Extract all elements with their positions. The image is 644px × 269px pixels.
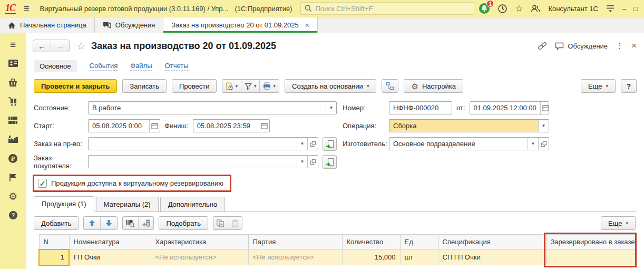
col-characteristic[interactable]: Характеристика xyxy=(151,235,248,249)
toolbar-menu-icon[interactable] xyxy=(606,4,615,13)
calendar-icon[interactable] xyxy=(540,102,549,114)
open-linked-order-button[interactable] xyxy=(323,155,337,169)
cell-unit[interactable]: шт xyxy=(400,249,438,265)
virtual-reserve-checkbox[interactable]: ✓ xyxy=(38,179,47,188)
favorites-icon[interactable]: ☆ xyxy=(515,4,523,13)
finish-field[interactable]: 05.08.2025 23:59 xyxy=(193,119,270,132)
copy-rows-button[interactable] xyxy=(213,217,228,229)
more-button[interactable]: Еще▾ xyxy=(581,79,616,93)
col-reserved[interactable]: Зарезервировано в заказе xyxy=(546,235,636,249)
post-and-close-button[interactable]: Провести и закрыть xyxy=(34,79,117,93)
col-unit[interactable]: Ед. xyxy=(400,235,438,249)
sidebar-production-icon[interactable] xyxy=(0,130,26,149)
discussion-button[interactable]: Обсуждение xyxy=(555,42,608,50)
dropdown-icon[interactable]: ▾ xyxy=(297,156,307,168)
sidebar-flag-icon[interactable] xyxy=(0,168,26,187)
operation-field[interactable]: Сборка ▾ xyxy=(389,119,549,132)
history-icon[interactable] xyxy=(497,4,508,14)
back-button[interactable]: ← xyxy=(33,40,51,52)
manufacturer-field[interactable]: Основное подразделение ▾ xyxy=(389,137,549,150)
state-field[interactable]: В работе ▾ xyxy=(88,101,337,114)
help-button[interactable]: ? xyxy=(621,79,637,93)
subordination-structure-button[interactable] xyxy=(382,79,398,93)
tab-discussions[interactable]: Обсуждения xyxy=(95,17,164,33)
cell-n[interactable]: 1 xyxy=(39,249,69,265)
move-down-button[interactable] xyxy=(100,217,117,229)
post-button[interactable]: Провести xyxy=(172,79,217,93)
sidebar-purchases-icon[interactable] xyxy=(0,73,26,92)
col-quantity[interactable]: Количество xyxy=(342,235,400,249)
dropdown-icon[interactable]: ▾ xyxy=(538,120,549,132)
settings-button[interactable]: ⚙Настройка xyxy=(404,79,463,93)
virtual-reserve-checkbox-label[interactable]: Продукция доступна к виртуальному резерв… xyxy=(51,179,223,187)
more-actions-icon[interactable]: ⋮ xyxy=(616,41,623,51)
main-menu-icon[interactable]: ≡ xyxy=(24,3,30,14)
nav-reports[interactable]: Отчеты xyxy=(165,62,189,71)
get-link-icon[interactable] xyxy=(538,42,547,50)
open-list-icon[interactable] xyxy=(307,156,318,168)
write-button[interactable]: Записать xyxy=(122,79,167,93)
nav-main[interactable]: Основное xyxy=(34,60,77,72)
tab-production-order[interactable]: Заказ на производство 20 от 01.09.2025 × xyxy=(163,17,318,33)
pick-items-button[interactable]: Подобрать xyxy=(159,216,208,230)
nav-events[interactable]: События xyxy=(90,62,118,71)
global-search[interactable] xyxy=(300,2,474,15)
sidebar-warehouse-icon[interactable] xyxy=(0,111,26,130)
start-field[interactable]: 05.08.2025 0:00 xyxy=(88,119,160,132)
table-row[interactable]: 1 ГП Очки <Не используется> <Не использу… xyxy=(39,249,636,265)
create-based-on-button[interactable]: Создать на основании▾ xyxy=(285,79,376,93)
sidebar-settings-icon[interactable]: ⚙ xyxy=(0,187,26,206)
filter-button[interactable]: ▾ xyxy=(241,80,260,92)
tab-additional[interactable]: Дополнительно xyxy=(160,197,226,212)
current-user-label[interactable]: Консультант 1С xyxy=(548,5,598,13)
cell-quantity[interactable]: 15,000 xyxy=(342,249,400,265)
table-more-button[interactable]: Еще▾ xyxy=(601,216,636,230)
sidebar-help-icon[interactable]: ? xyxy=(0,206,26,225)
cell-reserved[interactable] xyxy=(546,249,636,265)
data-terminal-button[interactable] xyxy=(138,217,153,229)
dropdown-icon[interactable]: ▾ xyxy=(297,138,307,150)
sidebar-money-icon[interactable]: ₽ xyxy=(0,149,26,168)
open-linked-order-button[interactable] xyxy=(323,137,337,151)
notifications-button[interactable]: 1 xyxy=(479,3,490,14)
tab-products[interactable]: Продукция (1) xyxy=(34,196,94,212)
open-list-icon[interactable] xyxy=(307,138,318,150)
add-row-button[interactable]: Добавить xyxy=(34,216,79,230)
print-button[interactable]: ▾ xyxy=(259,80,279,92)
cell-specification[interactable]: СП ГП Очки xyxy=(438,249,546,265)
col-n[interactable]: N xyxy=(39,235,69,249)
open-list-icon[interactable] xyxy=(538,138,549,150)
nav-files[interactable]: Файлы xyxy=(130,62,152,71)
move-up-button[interactable] xyxy=(84,217,100,229)
barcode-scan-button[interactable] xyxy=(123,217,138,229)
tab-close-icon[interactable]: × xyxy=(305,21,309,30)
maximize-button[interactable]: □ xyxy=(633,5,638,13)
col-specification[interactable]: Спецификация xyxy=(438,235,546,249)
sidebar-menu-icon[interactable]: ≡ xyxy=(0,35,26,54)
cell-characteristic[interactable]: <Не используется> xyxy=(151,249,248,265)
sidebar-sales-icon[interactable] xyxy=(0,92,26,111)
calendar-icon[interactable] xyxy=(149,120,160,132)
dropdown-icon[interactable]: ▾ xyxy=(326,102,336,114)
cell-batch[interactable]: <Не используется> xyxy=(248,249,342,265)
col-batch[interactable]: Партия xyxy=(248,235,342,249)
date-field[interactable]: 01.09.2025 12:00:00 xyxy=(470,101,549,114)
users-icon[interactable] xyxy=(530,4,541,13)
paste-rows-button[interactable] xyxy=(228,217,242,229)
tab-materials[interactable]: Материалы (2) xyxy=(96,197,159,212)
number-field[interactable]: НФНФ-000020 xyxy=(389,101,452,114)
dropdown-icon[interactable]: ▾ xyxy=(528,138,538,150)
prod-order-field[interactable]: ▾ xyxy=(88,137,318,150)
forward-button[interactable]: → xyxy=(51,40,69,52)
close-form-icon[interactable]: × xyxy=(631,41,637,51)
add-favorite-icon[interactable]: ☆ xyxy=(76,41,86,51)
cust-order-field[interactable]: ▾ xyxy=(88,155,318,168)
minimize-button[interactable]: – xyxy=(622,5,626,13)
calendar-icon[interactable] xyxy=(259,120,269,132)
search-input[interactable] xyxy=(315,5,470,13)
tab-home[interactable]: Начальная страница xyxy=(0,17,95,33)
sidebar-crm-icon[interactable] xyxy=(0,54,26,73)
posting-mode-button[interactable]: ▾ xyxy=(222,80,241,92)
cell-nomenclature[interactable]: ГП Очки xyxy=(69,249,151,265)
col-nomenclature[interactable]: Номенклатура xyxy=(69,235,151,249)
